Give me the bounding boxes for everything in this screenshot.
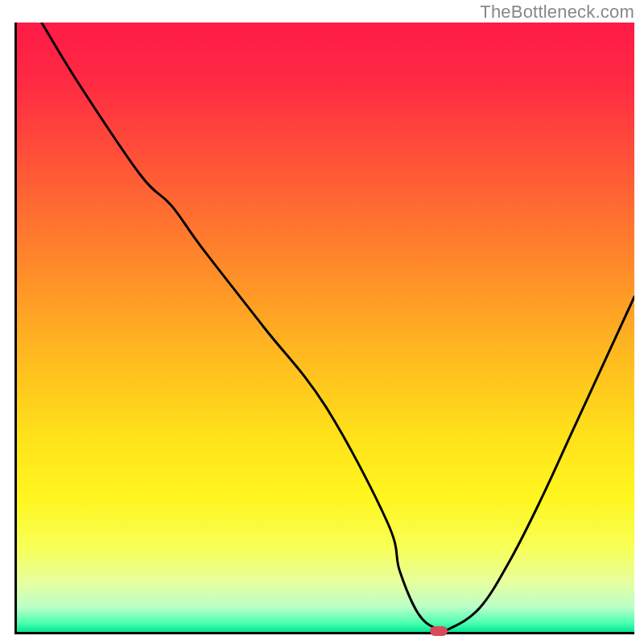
optimal-marker [430, 626, 448, 636]
curve-layer [17, 23, 634, 632]
bottleneck-curve [42, 23, 634, 631]
plot-area [14, 23, 634, 634]
watermark-text: TheBottleneck.com [480, 2, 634, 23]
